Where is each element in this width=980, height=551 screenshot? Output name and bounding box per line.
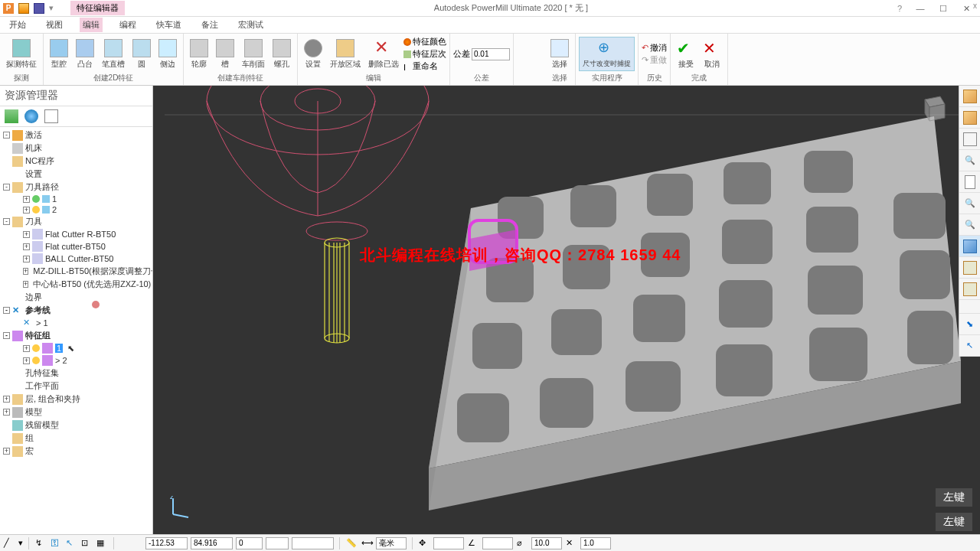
- tree-macro[interactable]: +宏: [2, 445, 151, 458]
- wheel-button[interactable]: 轮廓: [187, 37, 211, 71]
- tree-holefeat[interactable]: 孔特征集: [2, 367, 151, 380]
- detect-button[interactable]: 探测特征: [3, 37, 40, 71]
- menu-express[interactable]: 快车道: [153, 18, 185, 32]
- help-icon[interactable]: ?: [897, 4, 902, 13]
- sb-x-input[interactable]: [145, 537, 188, 549]
- sb-empty1[interactable]: [266, 537, 289, 549]
- sb-ruler-icon[interactable]: 📏: [345, 537, 358, 549]
- rt-wireframe-icon[interactable]: [959, 129, 980, 150]
- select-button[interactable]: 选择: [547, 37, 572, 71]
- sb-x-icon[interactable]: ✕: [565, 537, 577, 549]
- sb-line-icon[interactable]: ╱: [3, 537, 15, 549]
- sb-key-icon[interactable]: ⚿: [50, 537, 62, 549]
- tree-tool-3[interactable]: +MZ-DILL-BT50(根据深度调整刀长): [2, 265, 151, 278]
- rt-block2-icon[interactable]: [959, 279, 980, 300]
- sb-empty2[interactable]: [292, 537, 334, 549]
- globe-icon[interactable]: [24, 109, 38, 123]
- sb-move-icon[interactable]: ✥: [418, 537, 430, 549]
- tree-fg2[interactable]: +> 2: [2, 354, 151, 367]
- sb-dim-icon[interactable]: ⟷: [361, 537, 373, 549]
- rt-iso-icon[interactable]: [959, 86, 980, 107]
- hole-button[interactable]: 螺孔: [270, 37, 294, 71]
- sb-e3[interactable]: [433, 537, 464, 549]
- minimize-button[interactable]: —: [910, 2, 931, 15]
- tree-toolpaths[interactable]: -刀具路径: [2, 181, 151, 194]
- tree-tp2[interactable]: +2: [2, 204, 151, 215]
- tree-toggle-icon[interactable]: [5, 109, 18, 123]
- tree-nc[interactable]: NC程序: [2, 155, 151, 168]
- context-tab[interactable]: 特征编辑器: [70, 1, 125, 15]
- menu-start[interactable]: 开始: [6, 18, 29, 32]
- save-icon[interactable]: [34, 3, 44, 14]
- menu-macro[interactable]: 宏测试: [235, 18, 266, 32]
- boss-button[interactable]: 凸台: [73, 37, 97, 71]
- rt-pick-icon[interactable]: ⬊: [959, 314, 980, 335]
- tree-group[interactable]: 组: [2, 432, 151, 445]
- rt-shaded-icon[interactable]: [959, 236, 980, 257]
- sb-y-input[interactable]: [191, 537, 233, 549]
- tree-tool-1[interactable]: +Flat cutter-BT50: [2, 240, 151, 253]
- maximize-button[interactable]: ☐: [933, 2, 954, 15]
- accept-button[interactable]: ✔接受: [674, 37, 698, 71]
- circle-button[interactable]: 圆: [129, 37, 154, 71]
- tree-stock[interactable]: 残留模型: [2, 419, 151, 432]
- rename-option[interactable]: I重命名: [403, 60, 446, 72]
- viewport[interactable]: 北斗编程在线培训，咨询QQ：2784 1659 44 z 左键 左键: [153, 86, 980, 534]
- viewcube[interactable]: [916, 92, 949, 126]
- sb-unit-input[interactable]: [376, 537, 407, 549]
- sb-wp-icon[interactable]: ↯: [34, 537, 47, 549]
- featlayer-option[interactable]: 特征层次: [403, 48, 446, 60]
- tree-tool-4[interactable]: +中心钻-BT50 (优先选用ZXZ-10): [2, 278, 151, 291]
- rt-zoom-icon[interactable]: 🔍: [959, 150, 980, 171]
- cancel-button[interactable]: ✕取消: [700, 37, 724, 71]
- tree-fg1[interactable]: +1⬉: [2, 342, 151, 354]
- side-button[interactable]: 侧边: [155, 37, 180, 71]
- tree-tool-2[interactable]: +BALL Cutter-BT50: [2, 253, 151, 265]
- tree-reference[interactable]: -✕参考线: [2, 304, 151, 317]
- qat-dropdown-icon[interactable]: ▾: [49, 3, 55, 14]
- rt-sheet-icon[interactable]: [959, 171, 980, 193]
- sb-val1[interactable]: [531, 537, 562, 549]
- tolerance-input[interactable]: [472, 48, 510, 60]
- trash-icon[interactable]: [44, 109, 58, 123]
- rt-zoom2-icon[interactable]: 🔍: [959, 193, 980, 214]
- tree-tp1[interactable]: +1: [2, 194, 151, 204]
- setup-button[interactable]: 设置: [301, 37, 325, 71]
- rt-zoom3-icon[interactable]: 🔍: [959, 214, 980, 236]
- tree-featuregroup[interactable]: -特征组: [2, 329, 151, 342]
- straight-button[interactable]: 笔直槽: [99, 37, 128, 71]
- remove-button[interactable]: ✕删除已选: [365, 37, 402, 71]
- featcolor-option[interactable]: 特征颜色: [403, 36, 446, 47]
- sb-int-icon[interactable]: ⊡: [80, 537, 93, 549]
- open-icon[interactable]: [18, 3, 29, 14]
- tree-model[interactable]: +模型: [2, 406, 151, 419]
- menu-program[interactable]: 编程: [116, 18, 139, 32]
- sb-dropdown1[interactable]: ▾: [18, 538, 23, 548]
- sb-grid-icon[interactable]: ▦: [96, 537, 108, 549]
- menu-view[interactable]: 视图: [43, 18, 66, 32]
- snap-button[interactable]: ⊕尺寸改变时捕捉: [579, 37, 635, 71]
- sb-e4[interactable]: [482, 537, 513, 549]
- tree-ref1[interactable]: ✕> 1: [2, 317, 151, 329]
- rt-view2-icon[interactable]: [959, 107, 980, 129]
- face-button[interactable]: 车削面: [239, 37, 268, 71]
- redo-button[interactable]: ↷重做: [642, 54, 667, 66]
- sb-val2[interactable]: [580, 537, 611, 549]
- menu-notes[interactable]: 备注: [198, 18, 221, 32]
- sb-d-icon[interactable]: ⌀: [516, 537, 528, 549]
- openregion-button[interactable]: 开放区域: [327, 37, 364, 71]
- tree-layers[interactable]: +层, 组合和夹持: [2, 393, 151, 406]
- rt-cursor-icon[interactable]: ↖: [959, 335, 980, 357]
- tree-machine[interactable]: 机床: [2, 142, 151, 155]
- tree-tool-0[interactable]: +Flat Cutter R-BT50: [2, 228, 151, 240]
- cavity-button[interactable]: 型腔: [47, 37, 71, 71]
- tree-setup[interactable]: 设置: [2, 168, 151, 181]
- slot-button[interactable]: 槽: [213, 37, 237, 71]
- menu-edit[interactable]: 编辑: [80, 18, 103, 32]
- rt-block1-icon[interactable]: [959, 257, 980, 279]
- tree-tools[interactable]: -刀具: [2, 215, 151, 228]
- tree-activate[interactable]: -激活: [2, 129, 151, 142]
- axis-gizmo[interactable]: z: [168, 496, 191, 519]
- sb-z-input[interactable]: [236, 537, 263, 549]
- tree-boundary[interactable]: 边界: [2, 291, 151, 304]
